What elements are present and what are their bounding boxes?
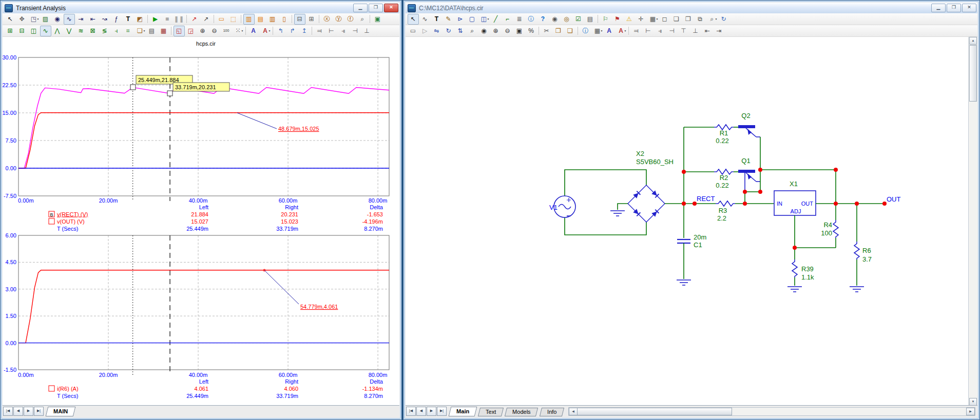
sheets-tool[interactable]: ❏ <box>671 14 682 25</box>
flag-red-tool[interactable]: ⚑ <box>612 14 623 25</box>
distribute-tool[interactable]: ⊥ <box>690 26 701 36</box>
file-add-tool[interactable]: ▤ <box>585 14 596 25</box>
shift-right-tool[interactable]: ⇥ <box>714 26 725 36</box>
tab-main-plot[interactable]: MAIN <box>46 407 76 416</box>
next-page-button[interactable]: ▶ <box>24 407 33 416</box>
x2-model-label[interactable]: S5VB60_SH <box>636 158 674 166</box>
restore-button[interactable]: ❐ <box>947 4 961 12</box>
run-button[interactable]: ▶ <box>150 14 161 25</box>
scroll-right-arrow[interactable]: ▶ <box>966 408 975 415</box>
pencil-tool[interactable]: ✎ <box>443 14 454 25</box>
align-top-tool[interactable]: ⊣ <box>350 26 361 36</box>
prev-page-button[interactable]: ◀ <box>13 407 23 416</box>
calendar-tool[interactable]: ▦ <box>158 26 169 36</box>
vlines-4-tool[interactable]: ▯ <box>279 14 290 25</box>
go-to-x-tool[interactable]: ⓧ <box>321 14 333 25</box>
select-tool[interactable]: ↖ <box>5 14 16 25</box>
shift-left-tool[interactable]: ⇤ <box>702 26 713 36</box>
r6-value-label[interactable]: 3.7 <box>862 255 872 263</box>
sheet2-tool[interactable]: ❐ <box>683 14 694 25</box>
zoom-percent-tool[interactable]: % <box>526 26 537 36</box>
right-cursor-marker[interactable] <box>167 91 172 96</box>
zoom-region-in-tool[interactable]: ◱ <box>174 26 185 36</box>
vertical-scrollbar[interactable]: ▲ ▼ <box>968 37 977 406</box>
zoom-out-tool[interactable]: ⊖ <box>209 26 220 36</box>
last-page-button[interactable]: ▶| <box>34 407 44 416</box>
align-right-tool[interactable]: ⫣ <box>338 26 349 36</box>
tab-text[interactable]: Text <box>478 408 504 416</box>
annotation-bottom-plot[interactable]: 54.779m,4.061 <box>300 304 338 310</box>
zoom-window-tool[interactable]: ◉ <box>52 14 63 25</box>
first-page-button[interactable]: |◀ <box>3 407 13 416</box>
grid-menu-tool[interactable]: ▦▼ <box>647 14 659 25</box>
checks-tool[interactable]: ☑ <box>573 14 584 25</box>
select-tool[interactable]: ↖ <box>408 14 419 25</box>
x2-name-label[interactable]: X2 <box>636 150 644 157</box>
node-voltage-tool[interactable]: ◉ <box>549 14 561 25</box>
align-right-tool[interactable]: ⫣ <box>655 26 666 36</box>
crosshair-tool[interactable]: ⊞ <box>306 14 317 25</box>
paste-tool[interactable]: ❏▼ <box>134 26 146 36</box>
zoom-area-tool[interactable]: ▣ <box>514 26 525 36</box>
box-tool[interactable]: ▭ <box>408 26 419 36</box>
scroll-up-arrow[interactable]: ▲ <box>969 37 977 45</box>
zoom-region-out-tool[interactable]: ◲ <box>185 26 197 36</box>
scope-select-tool[interactable]: ∿ <box>64 14 75 25</box>
info-mode-tool[interactable]: ⓘ <box>580 26 591 36</box>
cursor-mode-black[interactable]: ↗ <box>201 14 212 25</box>
align-bottom-tool[interactable]: ⊤ <box>678 26 689 36</box>
wave-tag-tool[interactable]: ⫞ <box>111 26 122 36</box>
trace-name-ir6[interactable]: i(R6) (A) <box>57 386 79 392</box>
x1-name-label[interactable]: X1 <box>790 180 798 188</box>
left-titlebar[interactable]: Transient Analysis ▁ ❐ ✕ <box>3 3 399 13</box>
info-tool[interactable]: ⓘ <box>526 14 537 25</box>
right-titlebar[interactable]: C:\MC12\DATA\hcps.cir ▁ ❐ ✕ <box>406 3 977 13</box>
next-page-button[interactable]: ▶ <box>427 407 436 416</box>
bus-tool[interactable]: ≣ <box>514 14 525 25</box>
scale-both-tool[interactable]: ↝ <box>99 14 110 25</box>
tab-main[interactable]: Main <box>449 407 477 416</box>
c1-name-label[interactable]: C1 <box>694 241 702 249</box>
align-left-tool[interactable]: ⫤ <box>631 26 642 36</box>
r2-name-label[interactable]: R2 <box>720 174 728 182</box>
display-tool[interactable]: ▢ <box>467 14 478 25</box>
horizontal-cursor-tool[interactable]: ⊟ <box>294 14 305 25</box>
align-center-tool[interactable]: ⊢ <box>643 26 654 36</box>
align-bottom-tool[interactable]: ⊥ <box>361 26 373 36</box>
wave-tool[interactable]: ∿ <box>419 14 431 25</box>
goto-tool[interactable]: ◉ <box>478 26 490 36</box>
find-menu-tool[interactable]: ⌕▼ <box>706 14 718 25</box>
last-page-button[interactable]: ▶| <box>437 407 447 416</box>
r3-value-label[interactable]: 2.2 <box>717 214 726 222</box>
zoom-in-tool[interactable]: ⊕ <box>197 26 208 36</box>
copy-tool[interactable]: ❐ <box>553 26 564 36</box>
plus-tool[interactable]: ✛ <box>636 14 647 25</box>
r39-name-label[interactable]: R39 <box>801 265 814 273</box>
wave-delete-tool[interactable]: ⊟ <box>16 26 28 36</box>
tab-info[interactable]: Info <box>540 408 565 416</box>
r1-value-label[interactable]: 0.22 <box>716 137 728 145</box>
cursor-mode-red[interactable]: ↗ <box>189 14 200 25</box>
diode-component-tool[interactable]: ⊳ <box>455 14 466 25</box>
v1-label[interactable]: V1 <box>549 204 558 211</box>
help-tool[interactable]: ? <box>537 14 549 25</box>
nudge-right-tool[interactable]: ↱ <box>287 26 298 36</box>
pause-button[interactable]: ❚❚ <box>174 14 185 25</box>
trace-name-vrect[interactable]: v(RECT) (V) <box>57 211 88 217</box>
stamp-tool[interactable]: ◩ <box>134 14 146 25</box>
waveform-plots[interactable]: hcps.cir 30.00 22.50 15.00 7.50 0.00 -7.… <box>3 37 399 405</box>
trace-marker-box[interactable] <box>49 386 54 391</box>
flag-tool[interactable]: ⚐ <box>600 14 611 25</box>
scale-y-tool[interactable]: ⇤ <box>87 14 99 25</box>
r4-name-label[interactable]: R4 <box>823 221 832 229</box>
list-tool[interactable]: ▤ <box>146 26 158 36</box>
nudge-up-tool[interactable]: ↥ <box>299 26 310 36</box>
r3-name-label[interactable]: R3 <box>719 207 727 214</box>
stop-button[interactable]: ■ <box>162 14 173 25</box>
font-tool[interactable]: A <box>248 26 259 36</box>
paste-tool[interactable]: ❏ <box>565 26 576 36</box>
warning-tool[interactable]: ⚠ <box>624 14 635 25</box>
image-tool[interactable]: ▨ <box>40 14 51 25</box>
close-button[interactable]: ✕ <box>962 4 976 12</box>
find-tool[interactable]: ⌕ <box>467 26 478 36</box>
